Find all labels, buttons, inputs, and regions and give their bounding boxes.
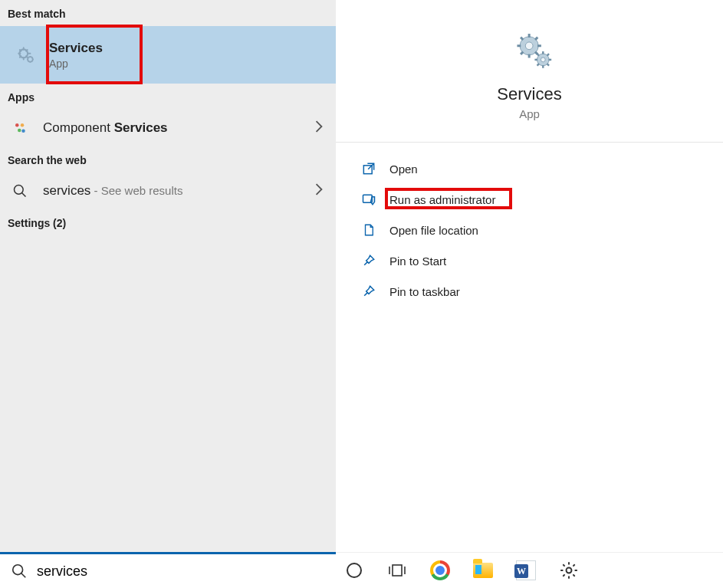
action-label: Pin to taskbar xyxy=(389,285,460,298)
svg-line-26 xyxy=(547,64,548,65)
svg-line-17 xyxy=(521,52,523,54)
svg-line-28 xyxy=(547,54,548,55)
open-icon xyxy=(359,161,379,176)
search-bar[interactable] xyxy=(0,552,336,588)
chevron-right-icon[interactable] xyxy=(314,120,324,136)
action-label: Pin to Start xyxy=(389,255,446,268)
result-text: services - See web results xyxy=(43,183,182,199)
task-view-icon[interactable] xyxy=(386,560,408,581)
chrome-icon[interactable] xyxy=(429,560,451,581)
svg-line-15 xyxy=(521,38,523,40)
pin-icon xyxy=(359,284,379,299)
result-text: Component Services xyxy=(43,120,168,136)
svg-line-9 xyxy=(21,573,26,578)
best-match-subtitle: App xyxy=(49,57,103,70)
svg-point-6 xyxy=(15,186,24,195)
action-open-file-location[interactable]: Open file location xyxy=(336,215,723,245)
svg-point-2 xyxy=(15,123,19,127)
best-match-title: Services xyxy=(49,41,103,56)
svg-point-32 xyxy=(347,563,361,577)
services-icon xyxy=(14,45,38,65)
section-label-apps: Apps xyxy=(0,84,336,110)
svg-point-4 xyxy=(18,129,21,133)
action-open[interactable]: Open xyxy=(336,153,723,184)
section-label-settings[interactable]: Settings (2) xyxy=(0,209,336,235)
svg-point-3 xyxy=(21,123,25,127)
svg-point-8 xyxy=(13,565,23,575)
action-label: Open xyxy=(389,163,418,176)
svg-point-5 xyxy=(21,130,25,133)
detail-title: Services xyxy=(497,84,561,104)
component-services-icon xyxy=(9,121,31,135)
settings-icon[interactable] xyxy=(558,560,580,581)
services-app-icon xyxy=(511,29,549,67)
cortana-icon[interactable] xyxy=(343,560,365,581)
chevron-right-icon[interactable] xyxy=(314,183,324,199)
section-label-web: Search the web xyxy=(0,146,336,172)
result-component-services[interactable]: Component Services xyxy=(0,110,336,146)
action-label: Open file location xyxy=(389,224,478,237)
pin-icon xyxy=(359,253,379,268)
file-explorer-icon[interactable] xyxy=(472,560,494,581)
best-match-result[interactable]: Services App xyxy=(0,26,336,84)
action-pin-to-taskbar[interactable]: Pin to taskbar xyxy=(336,276,723,307)
search-icon xyxy=(9,563,29,580)
taskbar xyxy=(336,552,723,588)
action-run-as-administrator[interactable]: Run as administrator xyxy=(336,184,723,215)
svg-line-7 xyxy=(22,193,26,197)
action-label: Run as administrator xyxy=(389,193,495,206)
svg-line-25 xyxy=(537,54,538,55)
word-icon[interactable] xyxy=(515,560,537,581)
action-pin-to-start[interactable]: Pin to Start xyxy=(336,245,723,276)
svg-point-1 xyxy=(28,57,32,62)
search-input[interactable] xyxy=(35,563,327,580)
svg-point-19 xyxy=(525,42,533,50)
detail-subtitle: App xyxy=(519,107,540,120)
svg-line-27 xyxy=(537,64,538,65)
shield-admin-icon xyxy=(359,192,379,207)
result-web-search[interactable]: services - See web results xyxy=(0,172,336,209)
section-label-best-match: Best match xyxy=(0,0,336,26)
svg-rect-33 xyxy=(393,565,402,576)
search-icon xyxy=(9,183,31,199)
svg-point-36 xyxy=(567,568,572,573)
svg-point-29 xyxy=(541,57,545,62)
file-location-icon xyxy=(359,222,379,238)
svg-line-18 xyxy=(535,38,537,40)
